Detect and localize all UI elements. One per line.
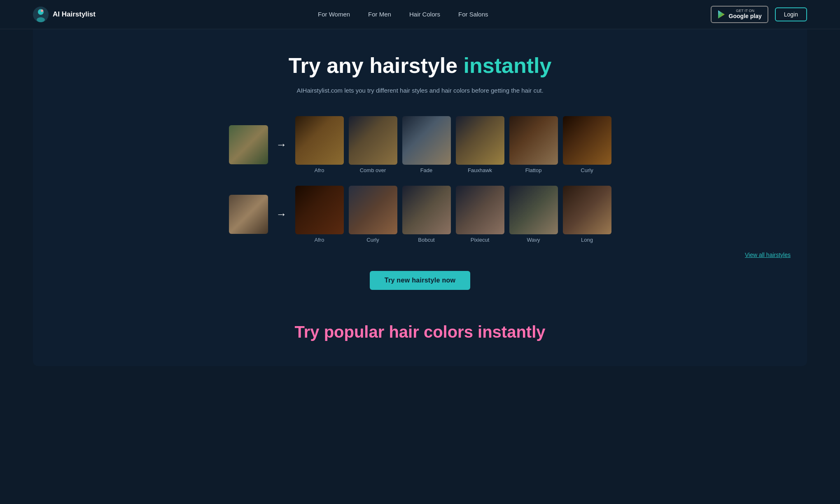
style-item-comb-over: Comb over (349, 116, 397, 173)
style-label-curly-man: Curly (581, 167, 593, 173)
demo-section: → Afro Comb over (49, 116, 791, 243)
google-play-button[interactable]: GET IT ON Google play (711, 6, 768, 23)
google-play-main-text: Google play (729, 13, 762, 20)
google-play-icon (717, 10, 726, 19)
nav-for-salons[interactable]: For Salons (458, 11, 488, 18)
style-img-flattop[interactable] (509, 116, 558, 165)
hero-title-highlight: instantly (464, 54, 552, 77)
men-demo-row: → Afro Comb over (49, 116, 791, 173)
main-content: Try any hairstyle instantly AIHairstylis… (33, 29, 807, 366)
women-style-results: Afro Curly Bobcut (295, 186, 611, 243)
men-row-arrow: → (276, 138, 287, 151)
style-img-curly-man[interactable] (563, 116, 611, 165)
style-img-afro-woman[interactable] (295, 186, 344, 234)
original-man-photo (229, 125, 268, 164)
style-label-wavy: Wavy (527, 237, 540, 243)
nav-for-men[interactable]: For Men (368, 11, 391, 18)
women-row-arrow: → (276, 208, 287, 221)
style-item-bobcut: Bobcut (402, 186, 451, 243)
style-label-afro-man: Afro (315, 167, 324, 173)
style-item-wavy: Wavy (509, 186, 558, 243)
nav-links: For Women For Men Hair Colors For Salons (318, 11, 488, 18)
try-hairstyle-button[interactable]: Try new hairstyle now (370, 271, 471, 290)
hero-title: Try any hairstyle instantly (49, 54, 791, 77)
google-play-top-text: GET IT ON (729, 9, 762, 13)
style-img-long[interactable] (563, 186, 611, 234)
bottom-title: Try popular hair colors instantly (49, 323, 791, 341)
style-img-fade[interactable] (402, 116, 451, 165)
style-item-fade: Fade (402, 116, 451, 173)
style-label-pixiecut: Pixiecut (471, 237, 490, 243)
style-item-afro-woman: Afro (295, 186, 344, 243)
svg-marker-4 (718, 10, 725, 19)
nav-for-women[interactable]: For Women (318, 11, 350, 18)
style-label-fade: Fade (420, 167, 433, 173)
style-item-pixiecut: Pixiecut (456, 186, 504, 243)
style-item-fauxhawk: Fauxhawk (456, 116, 504, 173)
men-style-results: Afro Comb over Fade (295, 116, 611, 173)
nav-right: GET IT ON Google play Login (711, 6, 807, 23)
style-img-comb-over[interactable] (349, 116, 397, 165)
style-img-wavy[interactable] (509, 186, 558, 234)
style-label-fauxhawk: Fauxhawk (468, 167, 492, 173)
login-button[interactable]: Login (775, 7, 807, 21)
logo-icon (33, 7, 49, 22)
style-item-curly-man: Curly (563, 116, 611, 173)
style-label-curly-woman: Curly (366, 237, 379, 243)
brand-name: AI Hairstylist (53, 10, 96, 19)
view-all-hairstyles-link[interactable]: View all hairstyles (745, 252, 791, 258)
view-all-section: View all hairstyles (49, 251, 791, 259)
hero-section: Try any hairstyle instantly AIHairstylis… (49, 54, 791, 96)
style-item-curly-woman: Curly (349, 186, 397, 243)
style-label-long: Long (581, 237, 593, 243)
style-img-bobcut[interactable] (402, 186, 451, 234)
navbar: AI Hairstylist For Women For Men Hair Co… (0, 0, 840, 29)
svg-point-2 (37, 17, 45, 22)
hero-subtitle: AIHairstylist.com lets you try different… (292, 86, 548, 96)
style-item-long: Long (563, 186, 611, 243)
style-img-afro-man[interactable] (295, 116, 344, 165)
style-img-curly-woman[interactable] (349, 186, 397, 234)
svg-point-3 (41, 9, 43, 12)
style-label-afro-woman: Afro (315, 237, 324, 243)
style-label-flattop: Flattop (525, 167, 542, 173)
original-woman-photo (229, 195, 268, 234)
hero-title-plain: Try any hairstyle (289, 54, 464, 77)
style-label-bobcut: Bobcut (418, 237, 434, 243)
style-img-pixiecut[interactable] (456, 186, 504, 234)
women-demo-row: → Afro Curly (49, 186, 791, 243)
style-item-flattop: Flattop (509, 116, 558, 173)
brand-logo[interactable]: AI Hairstylist (33, 7, 96, 22)
style-item-afro-man: Afro (295, 116, 344, 173)
style-img-fauxhawk[interactable] (456, 116, 504, 165)
cta-section: Try new hairstyle now (49, 271, 791, 290)
nav-hair-colors[interactable]: Hair Colors (409, 11, 440, 18)
style-label-comb-over: Comb over (360, 167, 386, 173)
bottom-section: Try popular hair colors instantly (49, 315, 791, 341)
